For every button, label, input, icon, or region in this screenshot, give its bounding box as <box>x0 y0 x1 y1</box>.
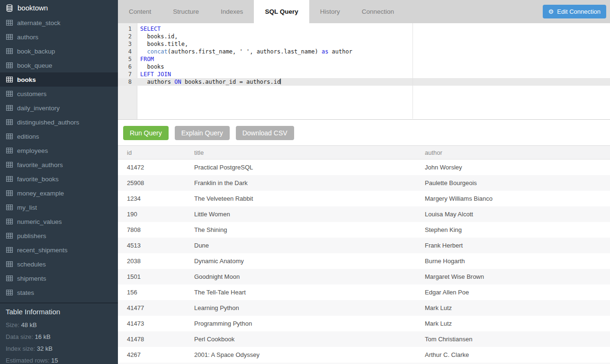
sidebar-table-recent-shipments[interactable]: recent_shipments <box>0 243 118 257</box>
sidebar-table-editions[interactable]: editions <box>0 129 118 143</box>
sidebar-table-alternate-stock[interactable]: alternate_stock <box>0 16 118 30</box>
token-plain: (authors.first_name, ' ', authors.last_n… <box>168 48 322 55</box>
tab-connection[interactable]: Connection <box>351 0 405 23</box>
token-keyword: FROM <box>140 56 154 62</box>
tab-structure[interactable]: Structure <box>162 0 210 23</box>
table-grid-icon <box>6 219 13 224</box>
cell-id: 4513 <box>118 242 185 249</box>
sidebar-table-label: customers <box>17 90 46 98</box>
cell-author: Mark Lutz <box>416 304 610 311</box>
cell-author: Frank Herbert <box>416 242 610 249</box>
sidebar-table-publishers[interactable]: publishers <box>0 229 118 243</box>
cell-title: Dynamic Anatomy <box>185 257 416 265</box>
sidebar-table-label: recent_shipments <box>17 247 68 254</box>
table-list: alternate_stock authors book_backup <box>0 16 118 300</box>
table-info-stat: Estimated rows: 15 <box>6 357 112 364</box>
sidebar-table-label: book_backup <box>17 48 55 55</box>
edit-connection-button[interactable]: ⚙ Edit Connection <box>543 5 606 18</box>
cell-title: Goodnight Moon <box>185 273 416 280</box>
stat-value: 15 <box>51 357 58 364</box>
sql-editor[interactable]: 12345678 SELECT books.id, books.title, c… <box>118 23 610 120</box>
gear-icon: ⚙ <box>548 9 554 15</box>
sidebar-table-book-backup[interactable]: book_backup <box>0 44 118 58</box>
table-grid-icon <box>6 148 13 153</box>
table-grid-icon <box>6 176 13 182</box>
cell-title: Programming Python <box>185 320 416 327</box>
sidebar-table-customers[interactable]: customers <box>0 87 118 101</box>
result-row: 4267 2001: A Space Odyssey Arthur C. Cla… <box>118 347 610 363</box>
column-header-title: title <box>185 149 416 156</box>
cell-author: Arthur C. Clarke <box>416 351 610 358</box>
results-table: idtitleauthor 41472 Practical PostgreSQL… <box>118 145 610 364</box>
cell-id: 41477 <box>118 304 185 311</box>
sidebar-table-label: publishers <box>17 232 46 240</box>
line-number: 6 <box>118 63 137 71</box>
result-row: 156 The Tell-Tale Heart Edgar Allen Poe <box>118 284 610 300</box>
main-panel: ContentStructureIndexesSQL QueryHistoryC… <box>118 0 610 364</box>
sidebar-table-schedules[interactable]: schedules <box>0 257 118 271</box>
sidebar-table-numeric-values[interactable]: numeric_values <box>0 214 118 229</box>
sidebar-table-label: shipments <box>17 275 46 282</box>
database-name: booktown <box>18 4 48 12</box>
sidebar-table-label: editions <box>17 133 39 140</box>
token-plain: books.id, <box>140 33 178 40</box>
token-plain <box>140 48 147 55</box>
sidebar-table-daily-inventory[interactable]: daily_inventory <box>0 101 118 115</box>
column-header-id: id <box>118 149 185 156</box>
tab-content[interactable]: Content <box>118 0 162 23</box>
cell-author: John Worsley <box>416 164 610 171</box>
table-grid-icon <box>6 91 13 97</box>
sidebar-table-states[interactable]: states <box>0 285 118 300</box>
stat-label: Data size: <box>6 333 35 340</box>
sidebar-table-label: distinguished_authors <box>17 119 79 126</box>
sidebar-table-shipments[interactable]: shipments <box>0 271 118 285</box>
sidebar-table-books[interactable]: books <box>0 72 118 87</box>
result-row: 41478 Perl Cookbook Tom Christiansen <box>118 331 610 347</box>
run-query-button[interactable]: Run Query <box>123 126 169 140</box>
sidebar-table-label: book_queue <box>17 62 52 69</box>
table-info-stat: Size: 48 kB <box>6 321 112 328</box>
sidebar-table-favorite-books[interactable]: favorite_books <box>0 172 118 186</box>
tab-sql-query[interactable]: SQL Query <box>254 0 309 23</box>
sidebar-table-label: schedules <box>17 261 46 268</box>
cell-id: 156 <box>118 289 185 296</box>
sidebar-table-book-queue[interactable]: book_queue <box>0 58 118 72</box>
table-grid-icon <box>6 119 13 125</box>
query-actions: Run QueryExplain QueryDownload CSV <box>118 120 610 145</box>
sidebar-table-employees[interactable]: employees <box>0 143 118 158</box>
table-grid-icon <box>6 34 13 40</box>
sidebar-table-authors[interactable]: authors <box>0 30 118 44</box>
table-grid-icon <box>6 275 13 281</box>
line-number: 4 <box>118 48 137 55</box>
line-number: 7 <box>118 71 137 78</box>
cell-author: Paulette Bourgeois <box>416 179 610 186</box>
cell-author: Stephen King <box>416 226 610 233</box>
line-number: 2 <box>118 33 137 40</box>
result-row: 4513 Dune Frank Herbert <box>118 238 610 253</box>
sidebar-table-favorite-authors[interactable]: favorite_authors <box>0 158 118 172</box>
tab-indexes[interactable]: Indexes <box>210 0 254 23</box>
table-information-panel: Table Information Size: 48 kB Data size:… <box>0 302 118 364</box>
cell-author: Burne Hogarth <box>416 257 610 265</box>
explain-query-button[interactable]: Explain Query <box>175 126 230 140</box>
code-area[interactable]: SELECT books.id, books.title, concat(aut… <box>138 25 610 86</box>
table-grid-icon <box>6 62 13 68</box>
cell-title: Practical PostgreSQL <box>185 164 416 171</box>
code-line: SELECT <box>138 25 610 33</box>
cell-id: 41473 <box>118 320 185 327</box>
table-info-stat: Data size: 16 kB <box>6 333 112 340</box>
table-grid-icon <box>6 233 13 239</box>
download-csv-button[interactable]: Download CSV <box>236 126 294 140</box>
sidebar-table-distinguished-authors[interactable]: distinguished_authors <box>0 115 118 129</box>
table-info-stats: Size: 48 kB Data size: 16 kB Index size:… <box>6 321 112 364</box>
database-selector[interactable]: booktown <box>0 0 118 16</box>
sidebar-table-money-example[interactable]: money_example <box>0 186 118 200</box>
token-keyword: ON <box>174 79 181 85</box>
tab-history[interactable]: History <box>309 0 351 23</box>
sidebar-table-my-list[interactable]: my_list <box>0 200 118 214</box>
result-row: 1501 Goodnight Moon Margaret Wise Brown <box>118 269 610 284</box>
table-information-title: Table Information <box>6 308 112 316</box>
result-row: 25908 Franklin in the Dark Paulette Bour… <box>118 175 610 191</box>
stat-value: 16 kB <box>35 333 50 340</box>
cell-author: Margaret Wise Brown <box>416 273 610 280</box>
